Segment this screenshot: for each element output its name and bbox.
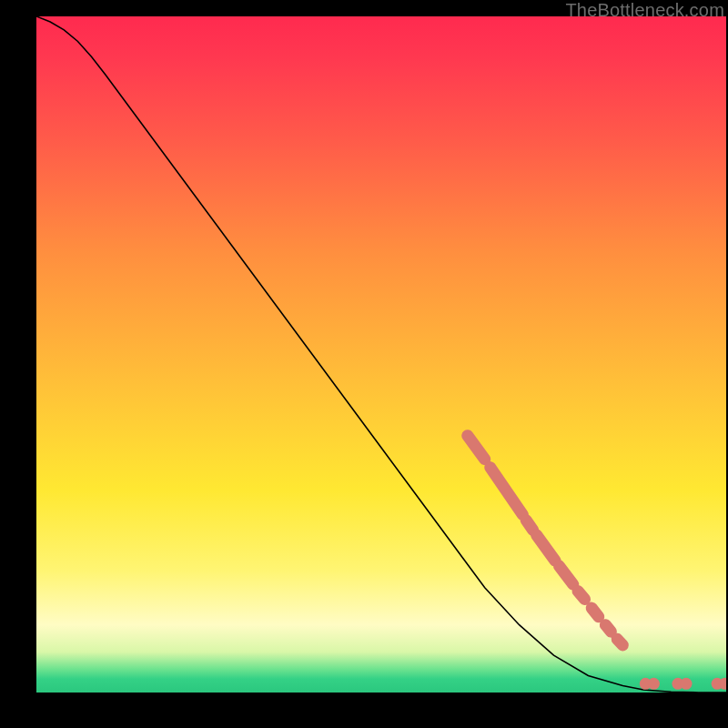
highlight-segment: [605, 625, 611, 632]
highlight-segment: [526, 521, 533, 531]
watermark-text: TheBottleneck.com: [565, 0, 724, 21]
highlight-segment: [592, 608, 599, 617]
highlight-segment: [560, 566, 573, 584]
highlight-point: [648, 678, 660, 690]
plot-area: [36, 16, 726, 693]
highlight-point: [681, 678, 693, 690]
chart-overlay: [36, 16, 726, 693]
highlight-segment: [537, 535, 555, 561]
highlight-segments: [468, 436, 623, 645]
highlight-segment: [490, 468, 523, 515]
chart-stage: TheBottleneck.com: [0, 0, 728, 728]
highlight-segment: [578, 592, 585, 600]
highlight-points: [640, 678, 726, 690]
bottleneck-curve: [36, 16, 726, 693]
highlight-segment: [468, 436, 485, 460]
highlight-segment: [617, 639, 622, 645]
